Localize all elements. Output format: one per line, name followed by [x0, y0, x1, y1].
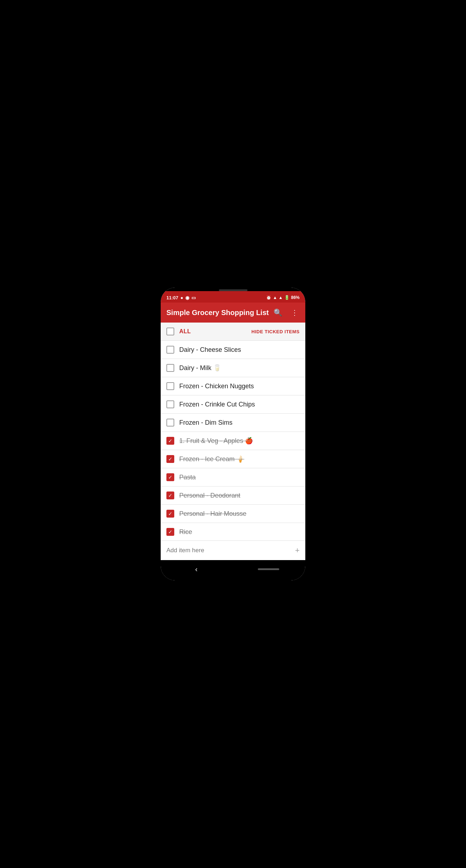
item-text-2: Dairy - Milk 🥛 [179, 364, 221, 372]
grocery-list: Dairy - Cheese SlicesDairy - Milk 🥛Froze… [161, 341, 305, 540]
item-text-11: Rice [179, 528, 192, 536]
list-item: Frozen - Dim Sims [161, 414, 305, 432]
item-checkbox-2[interactable] [166, 364, 174, 372]
add-item-input[interactable] [166, 547, 295, 554]
list-item: ✓Personal - Deodorant [161, 487, 305, 505]
add-item-button[interactable]: + [295, 546, 300, 555]
page-title: Simple Grocery Shopping List [166, 309, 269, 317]
alarm-icon: ⏰ [266, 295, 271, 300]
item-text-10: Personal - Hair Mousse [179, 510, 246, 518]
battery-icon: 🔋 [284, 295, 290, 300]
list-item: Dairy - Milk 🥛 [161, 359, 305, 377]
item-checkbox-4[interactable] [166, 400, 174, 408]
back-button[interactable]: ‹ [187, 564, 206, 575]
wifi-icon: ▲ [273, 295, 277, 300]
item-checkbox-5[interactable] [166, 419, 174, 426]
item-checkbox-10[interactable]: ✓ [166, 510, 174, 518]
item-text-6: 1. Fruit & Veg - Apples 🍎 [179, 437, 253, 445]
item-text-8: Pasta [179, 474, 196, 481]
bottom-nav: ‹ [161, 560, 305, 580]
item-text-5: Frozen - Dim Sims [179, 419, 232, 426]
clipboard-icon: ▭ [191, 295, 196, 300]
list-item: Frozen - Chicken Nuggets [161, 377, 305, 395]
top-bar: Simple Grocery Shopping List 🔍 ⋮ [161, 303, 305, 323]
item-text-1: Dairy - Cheese Slices [179, 346, 241, 354]
status-right: ⏰ ▲ ▲ 🔋 86% [266, 295, 300, 300]
item-checkbox-6[interactable]: ✓ [166, 437, 174, 445]
list-item: ✓Pasta [161, 468, 305, 487]
item-checkbox-3[interactable] [166, 382, 174, 390]
list-item: ✓Frozen - Ice Cream 🍦 [161, 450, 305, 468]
all-row-left: ALL [166, 328, 191, 335]
battery-percent: 86% [291, 295, 300, 300]
phone-frame: 11:07 ● ◉ ▭ ⏰ ▲ ▲ 🔋 86% Simple Grocery S… [161, 288, 305, 580]
more-options-button[interactable]: ⋮ [290, 307, 300, 318]
add-item-bar: + [161, 540, 305, 560]
all-label: ALL [179, 328, 191, 335]
list-item: Frozen - Crinkle Cut Chips [161, 395, 305, 414]
hide-ticked-button[interactable]: HIDE TICKED ITEMS [251, 329, 300, 334]
list-item: ✓1. Fruit & Veg - Apples 🍎 [161, 432, 305, 450]
list-item: Dairy - Cheese Slices [161, 341, 305, 359]
cast-icon: ◉ [185, 295, 189, 300]
signal-icon: ▲ [279, 295, 283, 300]
item-text-9: Personal - Deodorant [179, 492, 240, 499]
item-text-7: Frozen - Ice Cream 🍦 [179, 455, 244, 463]
select-all-checkbox[interactable] [166, 328, 174, 335]
status-bar: 11:07 ● ◉ ▭ ⏰ ▲ ▲ 🔋 86% [161, 291, 305, 303]
top-bar-icons: 🔍 ⋮ [272, 307, 300, 318]
item-text-4: Frozen - Crinkle Cut Chips [179, 401, 255, 408]
item-text-3: Frozen - Chicken Nuggets [179, 383, 254, 390]
item-checkbox-1[interactable] [166, 346, 174, 354]
status-time: 11:07 [166, 295, 178, 300]
notch-pill [219, 289, 247, 291]
item-checkbox-7[interactable]: ✓ [166, 455, 174, 463]
notch-area [161, 288, 305, 291]
item-checkbox-11[interactable]: ✓ [166, 528, 174, 536]
search-button[interactable]: 🔍 [272, 307, 284, 318]
phone-inner: 11:07 ● ◉ ▭ ⏰ ▲ ▲ 🔋 86% Simple Grocery S… [161, 288, 305, 580]
item-checkbox-8[interactable]: ✓ [166, 473, 174, 481]
list-item: ✓Rice [161, 523, 305, 540]
status-left: 11:07 ● ◉ ▭ [166, 295, 196, 300]
spotify-icon: ● [180, 295, 183, 300]
all-row: ALL HIDE TICKED ITEMS [161, 323, 305, 341]
list-item: ✓Personal - Hair Mousse [161, 505, 305, 523]
home-pill[interactable] [258, 568, 279, 570]
item-checkbox-9[interactable]: ✓ [166, 492, 174, 499]
